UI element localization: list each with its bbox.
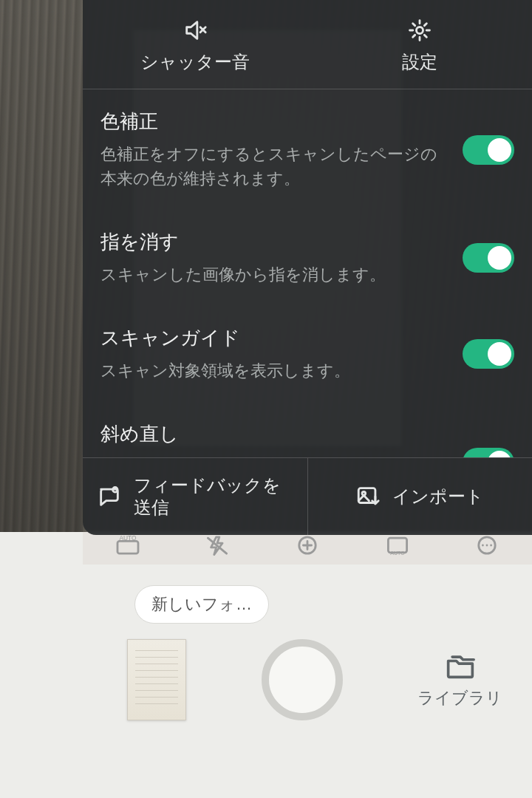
auto-mode-icon[interactable]: AUTO [115, 535, 141, 556]
auto-crop-icon[interactable]: AUTO [384, 535, 411, 556]
capture-bar: 新しいフォ… ライブラリ [83, 565, 532, 798]
setting-desc: 色補正をオフにするとスキャンしたページの本来の色が維持されます。 [100, 142, 449, 191]
setting-title: 指を消す [100, 229, 449, 255]
bottom-left-gutter [0, 532, 83, 798]
viewfinder-left-gutter [0, 0, 83, 532]
import-button[interactable]: インポート [307, 458, 533, 535]
settings-rows: 色補正 色補正をオフにするとスキャンしたページの本来の色が維持されます。 指を消… [83, 89, 532, 457]
feedback-icon [97, 484, 122, 509]
add-page-icon[interactable] [294, 535, 321, 556]
setting-row-scan-guide: スキャンガイド スキャン対象領域を表示します。 [83, 306, 532, 402]
setting-desc: スキャン対象領域を表示します。 [100, 358, 449, 383]
svg-point-11 [486, 545, 488, 547]
tab-settings[interactable]: 設定 [307, 0, 532, 89]
folder-chip[interactable]: 新しいフォ… [134, 585, 269, 624]
svg-point-0 [416, 27, 423, 33]
shutter-button[interactable] [262, 639, 343, 720]
setting-title: スキャンガイド [100, 325, 449, 351]
setting-row-erase-fingers: 指を消す スキャンした画像から指を消します。 [83, 210, 532, 306]
folder-stack-icon [444, 650, 477, 680]
svg-point-10 [482, 545, 484, 547]
setting-title: 斜め直し [100, 421, 449, 447]
setting-row-color-correction: 色補正 色補正をオフにするとスキャンしたページの本来の色が維持されます。 [83, 89, 532, 210]
tab-shutter-sound-label: シャッター音 [140, 52, 250, 72]
tab-settings-label: 設定 [402, 52, 437, 72]
svg-rect-4 [117, 541, 138, 553]
setting-title: 色補正 [100, 109, 449, 134]
send-feedback-button[interactable]: フィードバックを送信 [83, 458, 307, 535]
svg-point-12 [490, 545, 492, 547]
toggle-erase-fingers[interactable] [463, 243, 514, 273]
settings-tabs: シャッター音 設定 [83, 0, 532, 89]
svg-text:AUTO: AUTO [390, 550, 405, 556]
flash-off-icon[interactable] [204, 535, 231, 556]
setting-row-deskew: 斜め直し スキャン結果がより平らになるように、斜めを調整します。 [83, 402, 532, 457]
toggle-color-correction[interactable] [463, 135, 514, 165]
image-import-icon [355, 484, 381, 509]
panel-footer: フィードバックを送信 インポート [83, 457, 532, 535]
send-feedback-label: フィードバックを送信 [134, 474, 293, 519]
import-label: インポート [392, 485, 484, 508]
toggle-deskew[interactable] [463, 448, 514, 458]
tab-shutter-sound[interactable]: シャッター音 [83, 0, 307, 89]
library-label: ライブラリ [417, 689, 502, 707]
gear-icon [407, 18, 432, 43]
folder-chip-label: 新しいフォ… [151, 595, 252, 613]
svg-text:AUTO: AUTO [119, 535, 137, 542]
volume-mute-icon [183, 18, 208, 43]
camera-toolbar: AUTO AUTO [83, 535, 532, 565]
setting-desc: スキャンした画像から指を消します。 [100, 262, 449, 287]
settings-panel: シャッター音 設定 色補正 色補正をオフにするとスキャンしたページの本来の色が維… [83, 0, 532, 535]
more-options-icon[interactable] [474, 535, 500, 556]
library-button[interactable]: ライブラリ [417, 650, 502, 709]
last-scan-thumbnail[interactable] [127, 639, 186, 720]
toggle-scan-guide[interactable] [463, 339, 514, 369]
